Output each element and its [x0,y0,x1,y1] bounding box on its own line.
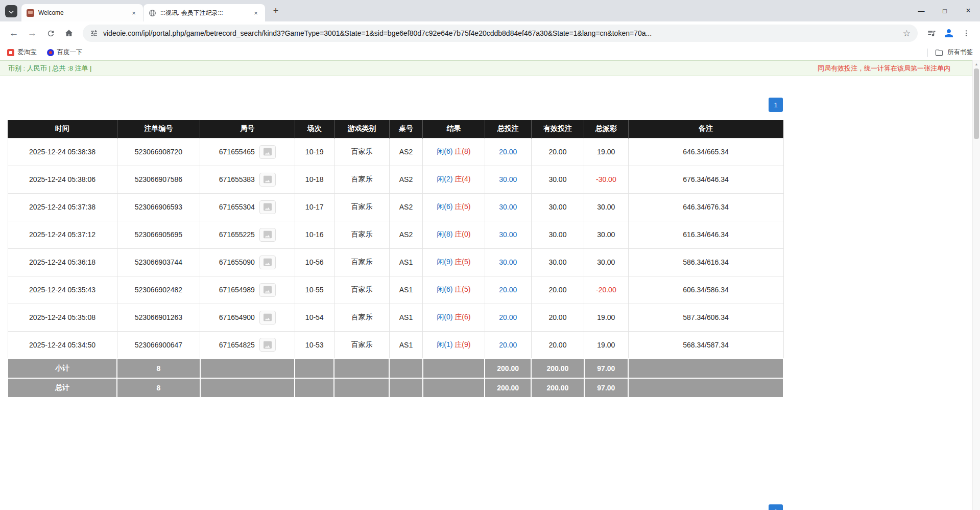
subtotal-total-bet: 200.00 [485,359,531,378]
column-header: 游戏类别 [334,120,389,138]
cell-table-number: AS2 [389,193,422,221]
cell-valid-bet: 30.00 [531,221,584,248]
cell-payout: -20.00 [584,276,629,304]
result-banker: 庄(5) [455,258,470,266]
media-controls-icon[interactable] [923,25,940,42]
back-button[interactable]: ← [5,25,22,42]
cell-total-bet[interactable]: 20.00 [485,138,531,166]
video-replay-button[interactable] [259,200,276,214]
summary-info-bar: 币别 : 人民币 | 总共 :8 注单 | 同局有效投注，统一计算在该局第一张注… [0,60,980,76]
result-banker: 庄(5) [455,285,470,293]
tab-close-icon[interactable]: × [252,9,260,17]
round-number: 671654989 [219,286,255,294]
tab-search-button[interactable] [5,5,17,17]
cell-session: 10-17 [295,193,334,221]
cell-round: 671655304 [200,193,295,221]
all-bookmarks-button[interactable]: 所有书签 [927,48,973,57]
cell-bet-id: 523066908720 [117,138,200,166]
cell-total-bet[interactable]: 30.00 [485,193,531,221]
cell-bet-id: 523066903744 [117,248,200,276]
subtotal-count: 8 [117,359,200,378]
tab-welcome[interactable]: Welcome × [21,4,143,21]
cell-round: 671655383 [200,166,295,193]
round-number: 671655225 [219,230,255,239]
close-button[interactable]: × [957,0,980,21]
cell-total-bet[interactable]: 20.00 [485,304,531,331]
grand-total-count: 8 [117,378,200,398]
cell-payout: 30.00 [584,193,629,221]
video-replay-button[interactable] [259,145,276,159]
maximize-button[interactable]: □ [933,0,957,21]
minimize-button[interactable]: — [910,0,933,21]
page-1-button-bottom[interactable]: 1 [769,504,783,510]
column-header: 总派彩 [584,120,629,138]
bookmark-star-icon[interactable]: ☆ [903,28,911,39]
cell-total-bet[interactable]: 30.00 [485,221,531,248]
cell-game-type: 百家乐 [334,221,389,248]
result-player: 闲(0) [437,313,452,321]
tab-close-icon[interactable]: × [130,9,138,17]
bookmark-aitaobao[interactable]: 爱淘宝 [7,48,37,57]
video-replay-button[interactable] [259,173,276,187]
address-bar[interactable]: videoie.com/ipl/portal.php/game/betrecor… [83,25,918,42]
scrollbar-thumb[interactable] [974,68,979,139]
bookmark-label: 百度一下 [57,48,83,57]
cell-session: 10-55 [295,276,334,304]
video-replay-button[interactable] [259,256,276,269]
table-header-row: 时间注单编号局号场次游戏类别桌号结果总投注有效投注总派彩备注 [8,120,783,138]
cell-round: 671655090 [200,248,295,276]
vertical-scrollbar[interactable]: ▲ [972,60,980,510]
grand-total-label: 总计 [8,378,117,398]
video-replay-button[interactable] [259,311,276,324]
site-info-icon[interactable] [90,29,98,37]
cell-total-bet[interactable]: 20.00 [485,331,531,359]
video-replay-button[interactable] [259,228,276,242]
cell-total-bet[interactable]: 30.00 [485,248,531,276]
profile-avatar[interactable] [941,26,957,41]
cell-session: 10-16 [295,221,334,248]
cell-time: 2025-12-24 05:36:18 [8,248,117,276]
column-header: 注单编号 [117,120,200,138]
window-controls: — □ × [910,0,980,21]
cell-note: 616.34/646.34 [628,221,783,248]
browser-menu-icon[interactable] [958,25,975,42]
bookmark-baidu[interactable]: 百度一下 [47,48,83,57]
cell-result: 闲(6) 庄(5) [423,276,485,304]
home-button[interactable] [60,25,78,42]
cell-round: 671654989 [200,276,295,304]
cell-note: 676.34/646.34 [628,166,783,193]
cell-payout: -30.00 [584,166,629,193]
forward-button[interactable]: → [23,25,41,42]
page-1-button[interactable]: 1 [769,98,783,112]
bookmarks-bar: 爱淘宝 百度一下 所有书签 [0,45,980,60]
empty [295,359,334,378]
column-header: 桌号 [389,120,422,138]
cell-table-number: AS2 [389,221,422,248]
bet-records-table: 时间注单编号局号场次游戏类别桌号结果总投注有效投注总派彩备注 2025-12-2… [7,120,784,398]
cell-table-number: AS1 [389,331,422,359]
tab-bet-records[interactable]: :::视讯. 会员下注纪录::: × [144,4,265,21]
result-player: 闲(6) [437,147,452,155]
grand-total-valid-bet: 200.00 [531,378,584,398]
empty [628,359,783,378]
video-replay-button[interactable] [259,283,276,297]
cell-round: 671655225 [200,221,295,248]
result-player: 闲(6) [437,202,452,211]
divider [927,49,928,57]
cell-time: 2025-12-24 05:37:38 [8,193,117,221]
cell-total-bet[interactable]: 30.00 [485,166,531,193]
cell-note: 646.34/676.34 [628,193,783,221]
video-replay-button[interactable] [259,338,276,352]
aitaobao-icon [7,49,14,56]
new-tab-button[interactable]: + [269,4,283,18]
cell-game-type: 百家乐 [334,331,389,359]
scroll-up-icon[interactable]: ▲ [973,60,980,67]
cell-time: 2025-12-24 05:37:12 [8,221,117,248]
cell-bet-id: 523066906593 [117,193,200,221]
cell-total-bet[interactable]: 20.00 [485,276,531,304]
cell-valid-bet: 20.00 [531,138,584,166]
cell-time: 2025-12-24 05:35:43 [8,276,117,304]
table-body: 2025-12-24 05:38:38523066908720671655465… [8,138,783,398]
reload-button[interactable] [42,25,59,42]
baidu-icon [47,49,54,56]
